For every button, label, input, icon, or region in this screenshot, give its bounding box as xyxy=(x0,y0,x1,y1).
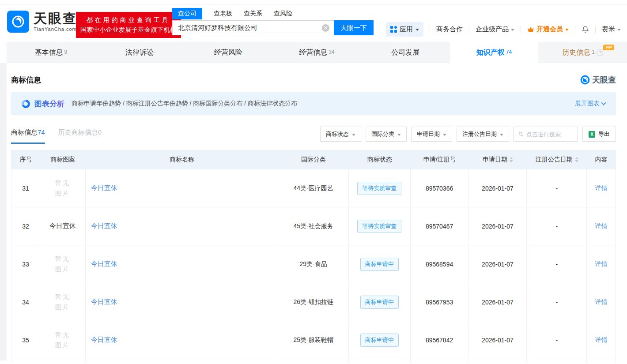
tab-basic-info[interactable]: 基本信息 9 xyxy=(7,42,95,63)
site-logo[interactable]: 天眼查 TianYanCha.com xyxy=(7,11,77,33)
trademark-image-cell: 暂无图片 xyxy=(40,283,86,321)
table-search-input[interactable] xyxy=(526,131,573,138)
page: 天眼查 TianYanCha.com 都在用的商业查询工具 国家中小企业发展子基… xyxy=(0,0,627,364)
divider xyxy=(595,26,596,33)
chevron-down-icon xyxy=(565,29,569,31)
search-tab-relation[interactable]: 查关系 xyxy=(244,8,262,19)
search-button[interactable]: 天眼一下 xyxy=(334,20,374,35)
company-search-input[interactable] xyxy=(173,21,334,35)
apps-menu-button[interactable]: 应用 xyxy=(386,22,423,37)
sub-tab-trademarks[interactable]: 商标信息74 xyxy=(11,128,45,144)
table-search-box[interactable] xyxy=(514,127,578,142)
trademark-sub-tabs: 商标信息74 历史商标信息0 xyxy=(11,128,102,144)
trademark-name-link[interactable]: 今日宜休 xyxy=(91,336,117,344)
enterprise-label: 企业级产品 xyxy=(476,25,509,34)
page-gutter xyxy=(0,63,7,360)
top-divider xyxy=(0,0,627,4)
col-header-pub-date[interactable]: 注册公告日期 xyxy=(527,150,587,169)
detail-link[interactable]: 详情 xyxy=(595,336,608,344)
row-number: 35 xyxy=(11,321,40,359)
trademark-name-link[interactable]: 今日宜休 xyxy=(91,222,117,230)
tab-company-development[interactable]: 公司发展 xyxy=(361,42,450,63)
excel-icon: X xyxy=(589,131,595,138)
open-vip-label: 开通会员 xyxy=(536,25,563,34)
col-header-no: 序号 xyxy=(11,150,40,169)
trademark-image: 暂无图片 xyxy=(52,178,73,199)
export-button[interactable]: X 导出 xyxy=(582,127,616,142)
search-area: 查公司 查老板 查关系 查风险 ✕ 天眼一下 xyxy=(172,7,374,35)
export-label: 导出 xyxy=(598,130,610,138)
filter-apply-date[interactable]: 申请日期 xyxy=(411,127,452,142)
sort-icon[interactable] xyxy=(510,157,513,162)
question-circle-icon[interactable]: ? xyxy=(597,49,603,56)
business-cooperation-link[interactable]: 商务合作 xyxy=(436,25,463,34)
notification-bell-icon[interactable] xyxy=(582,25,589,34)
detail-link[interactable]: 详情 xyxy=(595,184,608,192)
search-icon xyxy=(518,131,524,137)
trademark-name-link[interactable]: 今日宜休 xyxy=(91,184,117,192)
detail-link[interactable]: 详情 xyxy=(595,222,608,230)
trademark-section: 商标信息 天眼查 图表分析 商标申请年份趋势 / 商标注册公告年份趋势 / 商标… xyxy=(0,75,627,363)
status-badge: 等待实质审查 xyxy=(357,220,401,233)
expand-charts-link[interactable]: 展开图表 xyxy=(575,100,605,108)
filter-trademark-status[interactable]: 商标状态 xyxy=(320,127,361,142)
search-tab-risk[interactable]: 查风险 xyxy=(274,8,292,19)
tab-history-info[interactable]: VIP 历史信息 1 ? xyxy=(538,42,627,63)
status-badge: 等待实质审查 xyxy=(357,182,401,195)
filter-label: 申请日期 xyxy=(417,130,440,138)
tab-intellectual-property[interactable]: 知识产权 74 xyxy=(450,42,539,63)
trademark-image: 暂无图片 xyxy=(52,254,73,275)
search-tab-boss[interactable]: 查老板 xyxy=(214,8,232,19)
search-tab-company[interactable]: 查公司 xyxy=(172,8,202,19)
chevron-down-icon xyxy=(415,29,419,31)
apply-date: 2026-01-07 xyxy=(469,245,527,283)
col-header-apply-date[interactable]: 申请日期 xyxy=(468,150,527,169)
trademark-name-link[interactable]: 今日宜休 xyxy=(91,298,117,306)
pub-date: - xyxy=(527,207,587,245)
top-menu: 应用 商务合作 企业级产品 开通会员 xyxy=(386,22,621,37)
status-badge: 商标申请中 xyxy=(360,258,399,271)
chevron-down-icon xyxy=(601,100,606,105)
filter-intl-class[interactable]: 国际分类 xyxy=(366,127,407,142)
row-number: 31 xyxy=(11,169,40,207)
tab-label: 经营风险 xyxy=(214,48,242,57)
tianyancha-eye-icon xyxy=(580,75,590,85)
username-label: 费米 xyxy=(602,25,615,34)
apply-date: 2026-01-07 xyxy=(469,169,527,207)
tab-label: 法律诉讼 xyxy=(125,48,154,57)
sort-icon[interactable] xyxy=(575,157,578,162)
open-vip-menu[interactable]: 开通会员 xyxy=(527,25,569,34)
divider xyxy=(469,26,469,33)
detail-link[interactable]: 详情 xyxy=(595,260,608,268)
pub-date: - xyxy=(527,245,587,283)
apply-date: 2026-01-07 xyxy=(469,207,527,245)
divider xyxy=(521,26,521,33)
registration-number: 89568594 xyxy=(411,245,469,283)
intl-class-cell: 44类-医疗园艺 xyxy=(278,169,349,207)
col-header-content: 内容 xyxy=(587,150,616,169)
enterprise-product-menu[interactable]: 企业级产品 xyxy=(476,25,514,34)
clear-search-icon[interactable]: ✕ xyxy=(322,24,329,32)
apps-grid-icon xyxy=(390,26,397,33)
sub-tab-history-trademarks[interactable]: 历史商标信息0 xyxy=(58,128,102,144)
cooperation-label: 商务合作 xyxy=(436,25,463,34)
tab-legal-litigation[interactable]: 法律诉讼 xyxy=(95,42,184,63)
trademark-name-link[interactable]: 今日宜休 xyxy=(91,260,117,268)
tab-operation-info[interactable]: 经营信息 34 xyxy=(272,42,361,63)
user-menu[interactable]: 费米 xyxy=(602,25,621,34)
watermark-logo: 天眼查 xyxy=(580,75,616,85)
tab-operation-risk[interactable]: 经营风险 xyxy=(184,42,272,63)
row-number: 34 xyxy=(11,283,40,321)
sub-tab-count: 0 xyxy=(98,128,102,136)
tab-count: 1 xyxy=(592,49,595,55)
vip-badge: VIP xyxy=(603,45,614,50)
detail-link[interactable]: 详情 xyxy=(595,298,608,306)
tianyancha-eye-icon xyxy=(7,11,29,33)
apply-date: 2026-01-07 xyxy=(469,321,527,359)
intl-class-cell: 25类-服装鞋帽 xyxy=(278,321,349,359)
chart-analysis-banner: 图表分析 商标申请年份趋势 / 商标注册公告年份趋势 / 商标国际分类分布 / … xyxy=(11,92,616,115)
chevron-down-icon xyxy=(511,29,514,31)
watermark-text: 天眼查 xyxy=(592,75,616,85)
filter-reg-pub-date[interactable]: 注册公告日期 xyxy=(457,127,509,142)
col-header-status: 商标状态 xyxy=(349,150,411,169)
